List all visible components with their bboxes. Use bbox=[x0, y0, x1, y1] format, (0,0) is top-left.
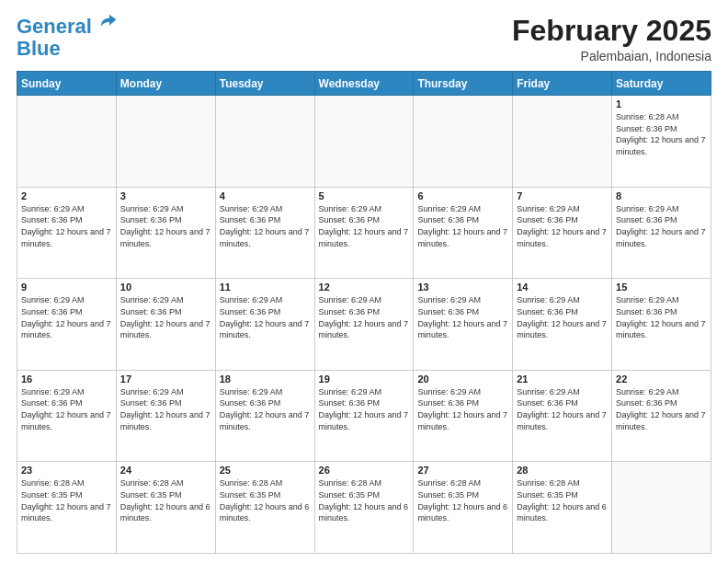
calendar-day-cell: 28Sunrise: 6:28 AM Sunset: 6:35 PM Dayli… bbox=[513, 462, 612, 554]
day-number: 6 bbox=[417, 190, 508, 201]
calendar-day-cell: 21Sunrise: 6:29 AM Sunset: 6:36 PM Dayli… bbox=[513, 370, 612, 462]
day-number: 23 bbox=[21, 465, 112, 476]
day-number: 9 bbox=[21, 282, 112, 293]
day-number: 24 bbox=[120, 465, 211, 476]
calendar-header-row: Sunday Monday Tuesday Wednesday Thursday… bbox=[17, 72, 711, 96]
day-info: Sunrise: 6:29 AM Sunset: 6:36 PM Dayligh… bbox=[220, 203, 311, 249]
calendar-day-cell: 17Sunrise: 6:29 AM Sunset: 6:36 PM Dayli… bbox=[116, 370, 215, 462]
day-number: 14 bbox=[517, 282, 608, 293]
calendar-day-cell: 14Sunrise: 6:29 AM Sunset: 6:36 PM Dayli… bbox=[513, 279, 612, 371]
location: Palembaian, Indonesia bbox=[512, 49, 711, 63]
day-number: 7 bbox=[517, 190, 608, 201]
calendar-day-cell: 10Sunrise: 6:29 AM Sunset: 6:36 PM Dayli… bbox=[116, 279, 215, 371]
calendar-day-cell: 7Sunrise: 6:29 AM Sunset: 6:36 PM Daylig… bbox=[513, 187, 612, 279]
day-info: Sunrise: 6:28 AM Sunset: 6:35 PM Dayligh… bbox=[417, 477, 508, 523]
calendar-day-cell bbox=[414, 96, 513, 188]
calendar-day-cell: 13Sunrise: 6:29 AM Sunset: 6:36 PM Dayli… bbox=[414, 279, 513, 371]
calendar-day-cell bbox=[513, 96, 612, 188]
day-number: 27 bbox=[417, 465, 508, 476]
day-info: Sunrise: 6:29 AM Sunset: 6:36 PM Dayligh… bbox=[319, 386, 410, 432]
day-number: 13 bbox=[417, 282, 508, 293]
day-info: Sunrise: 6:29 AM Sunset: 6:36 PM Dayligh… bbox=[616, 203, 707, 249]
calendar-day-cell: 24Sunrise: 6:28 AM Sunset: 6:35 PM Dayli… bbox=[116, 462, 215, 554]
calendar-day-cell: 5Sunrise: 6:29 AM Sunset: 6:36 PM Daylig… bbox=[314, 187, 414, 279]
day-info: Sunrise: 6:29 AM Sunset: 6:36 PM Dayligh… bbox=[319, 203, 410, 249]
day-info: Sunrise: 6:29 AM Sunset: 6:36 PM Dayligh… bbox=[21, 386, 112, 432]
day-info: Sunrise: 6:28 AM Sunset: 6:35 PM Dayligh… bbox=[220, 477, 311, 523]
col-sunday: Sunday bbox=[17, 72, 117, 96]
calendar-week-row: 23Sunrise: 6:28 AM Sunset: 6:35 PM Dayli… bbox=[17, 462, 711, 554]
day-number: 20 bbox=[417, 373, 508, 385]
day-number: 21 bbox=[517, 373, 608, 385]
day-info: Sunrise: 6:28 AM Sunset: 6:35 PM Dayligh… bbox=[21, 477, 112, 523]
calendar-day-cell bbox=[215, 96, 314, 188]
day-info: Sunrise: 6:29 AM Sunset: 6:36 PM Dayligh… bbox=[616, 294, 707, 340]
day-number: 5 bbox=[319, 190, 410, 201]
day-number: 18 bbox=[220, 373, 311, 385]
day-info: Sunrise: 6:29 AM Sunset: 6:36 PM Dayligh… bbox=[220, 386, 311, 432]
calendar-day-cell: 27Sunrise: 6:28 AM Sunset: 6:35 PM Dayli… bbox=[414, 462, 513, 554]
day-info: Sunrise: 6:28 AM Sunset: 6:35 PM Dayligh… bbox=[319, 477, 410, 523]
day-info: Sunrise: 6:29 AM Sunset: 6:36 PM Dayligh… bbox=[319, 294, 410, 340]
day-info: Sunrise: 6:28 AM Sunset: 6:35 PM Dayligh… bbox=[120, 477, 211, 523]
day-info: Sunrise: 6:29 AM Sunset: 6:36 PM Dayligh… bbox=[517, 386, 608, 432]
day-info: Sunrise: 6:29 AM Sunset: 6:36 PM Dayligh… bbox=[417, 386, 508, 432]
day-number: 11 bbox=[220, 282, 311, 293]
day-number: 15 bbox=[616, 282, 707, 293]
day-number: 16 bbox=[21, 373, 112, 385]
calendar-week-row: 1Sunrise: 6:28 AM Sunset: 6:36 PM Daylig… bbox=[17, 96, 711, 188]
day-number: 10 bbox=[120, 282, 211, 293]
title-area: February 2025 Palembaian, Indonesia bbox=[512, 15, 711, 63]
day-info: Sunrise: 6:29 AM Sunset: 6:36 PM Dayligh… bbox=[120, 386, 211, 432]
calendar-day-cell: 1Sunrise: 6:28 AM Sunset: 6:36 PM Daylig… bbox=[612, 96, 711, 188]
day-info: Sunrise: 6:28 AM Sunset: 6:35 PM Dayligh… bbox=[517, 477, 608, 523]
col-wednesday: Wednesday bbox=[314, 72, 414, 96]
day-info: Sunrise: 6:29 AM Sunset: 6:36 PM Dayligh… bbox=[417, 294, 508, 340]
calendar-day-cell: 12Sunrise: 6:29 AM Sunset: 6:36 PM Dayli… bbox=[314, 279, 414, 371]
day-number: 26 bbox=[319, 465, 410, 476]
calendar-day-cell: 15Sunrise: 6:29 AM Sunset: 6:36 PM Dayli… bbox=[612, 279, 711, 371]
calendar-day-cell bbox=[17, 96, 117, 188]
day-info: Sunrise: 6:29 AM Sunset: 6:36 PM Dayligh… bbox=[21, 203, 112, 249]
col-tuesday: Tuesday bbox=[215, 72, 314, 96]
calendar-day-cell: 18Sunrise: 6:29 AM Sunset: 6:36 PM Dayli… bbox=[215, 370, 314, 462]
calendar-day-cell: 26Sunrise: 6:28 AM Sunset: 6:35 PM Dayli… bbox=[314, 462, 414, 554]
calendar-body: 1Sunrise: 6:28 AM Sunset: 6:36 PM Daylig… bbox=[17, 96, 711, 554]
calendar-day-cell: 2Sunrise: 6:29 AM Sunset: 6:36 PM Daylig… bbox=[17, 187, 117, 279]
day-info: Sunrise: 6:29 AM Sunset: 6:36 PM Dayligh… bbox=[120, 294, 211, 340]
month-title: February 2025 bbox=[512, 15, 711, 47]
calendar-table: Sunday Monday Tuesday Wednesday Thursday… bbox=[17, 71, 711, 554]
calendar-day-cell: 25Sunrise: 6:28 AM Sunset: 6:35 PM Dayli… bbox=[215, 462, 314, 554]
calendar-week-row: 9Sunrise: 6:29 AM Sunset: 6:36 PM Daylig… bbox=[17, 279, 711, 371]
calendar-day-cell bbox=[116, 96, 215, 188]
col-friday: Friday bbox=[513, 72, 612, 96]
day-info: Sunrise: 6:29 AM Sunset: 6:36 PM Dayligh… bbox=[120, 203, 211, 249]
day-info: Sunrise: 6:29 AM Sunset: 6:36 PM Dayligh… bbox=[417, 203, 508, 249]
calendar-day-cell: 3Sunrise: 6:29 AM Sunset: 6:36 PM Daylig… bbox=[116, 187, 215, 279]
calendar-day-cell: 4Sunrise: 6:29 AM Sunset: 6:36 PM Daylig… bbox=[215, 187, 314, 279]
day-number: 17 bbox=[120, 373, 211, 385]
calendar-day-cell: 9Sunrise: 6:29 AM Sunset: 6:36 PM Daylig… bbox=[17, 279, 117, 371]
day-info: Sunrise: 6:29 AM Sunset: 6:36 PM Dayligh… bbox=[517, 203, 608, 249]
day-number: 2 bbox=[21, 190, 112, 201]
day-number: 3 bbox=[120, 190, 211, 201]
col-thursday: Thursday bbox=[414, 72, 513, 96]
calendar-week-row: 16Sunrise: 6:29 AM Sunset: 6:36 PM Dayli… bbox=[17, 370, 711, 462]
logo-text: General bbox=[17, 15, 119, 38]
header: General Blue February 2025 Palembaian, I… bbox=[17, 15, 711, 63]
calendar-week-row: 2Sunrise: 6:29 AM Sunset: 6:36 PM Daylig… bbox=[17, 187, 711, 279]
day-number: 28 bbox=[517, 465, 608, 476]
calendar-day-cell: 19Sunrise: 6:29 AM Sunset: 6:36 PM Dayli… bbox=[314, 370, 414, 462]
day-number: 8 bbox=[616, 190, 707, 201]
col-monday: Monday bbox=[116, 72, 215, 96]
day-number: 19 bbox=[319, 373, 410, 385]
day-info: Sunrise: 6:29 AM Sunset: 6:36 PM Dayligh… bbox=[220, 294, 311, 340]
logo-line1: General bbox=[17, 15, 92, 38]
day-number: 4 bbox=[220, 190, 311, 201]
day-info: Sunrise: 6:28 AM Sunset: 6:36 PM Dayligh… bbox=[616, 111, 707, 157]
logo: General Blue bbox=[17, 15, 119, 60]
calendar-day-cell bbox=[612, 462, 711, 554]
day-number: 22 bbox=[616, 373, 707, 385]
calendar-day-cell: 23Sunrise: 6:28 AM Sunset: 6:35 PM Dayli… bbox=[17, 462, 117, 554]
day-info: Sunrise: 6:29 AM Sunset: 6:36 PM Dayligh… bbox=[616, 386, 707, 432]
